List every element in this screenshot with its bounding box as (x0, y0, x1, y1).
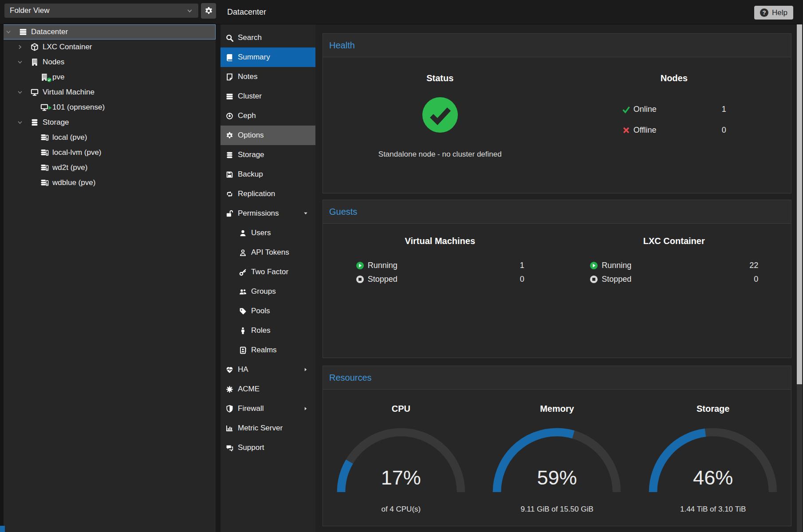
chevron-down-icon (303, 211, 308, 216)
menu-item-api-tokens[interactable]: API Tokens (220, 243, 315, 262)
expander-spacer (27, 150, 36, 156)
search-icon (226, 34, 233, 42)
nodes-offline-row: Offline 0 (622, 126, 726, 135)
lxc-stopped-row: Stopped 0 (590, 274, 758, 284)
virtual-machines-column: Virtual Machines Running 1 Stopped 0 (323, 224, 557, 284)
help-button[interactable]: ? Help (754, 6, 793, 20)
expander-spacer (27, 165, 36, 171)
menu-item-ha[interactable]: HA (220, 360, 315, 379)
tree-item-label: pve (52, 73, 64, 82)
menu-item-roles[interactable]: Roles (220, 321, 315, 340)
cube-icon (29, 43, 40, 51)
tree-item-storage-wdblue[interactable]: wdblue (pve) (0, 175, 216, 190)
expander-expanded-icon[interactable] (5, 29, 15, 35)
resources-panel: Resources CPU 17% of 4 CPU(s) Memory (323, 366, 791, 526)
memory-detail: 9.11 GiB of 15.50 GiB (520, 505, 593, 514)
tree-item-virtual-machine[interactable]: Virtual Machine (0, 85, 216, 100)
vm-stopped-row: Stopped 0 (356, 274, 524, 284)
cpu-gauge: 17% (335, 423, 468, 496)
vm-rows: Running 1 Stopped 0 (356, 260, 524, 284)
menu-item-backup[interactable]: Backup (220, 165, 315, 184)
vertical-scrollbar[interactable] (797, 24, 802, 532)
menu-item-support[interactable]: Support (220, 438, 315, 457)
memory-percent: 59% (490, 466, 623, 489)
health-panel: Health Status Standalone node - no clust… (323, 33, 791, 193)
expander-expanded-icon[interactable] (17, 119, 27, 126)
database-icon (226, 151, 233, 159)
lxc-rows: Running 22 Stopped 0 (590, 260, 758, 284)
health-status-column: Status Standalone node - no cluster defi… (323, 57, 557, 159)
expander-expanded-icon[interactable] (17, 89, 27, 96)
user-outline-icon (239, 249, 247, 256)
users-icon (239, 288, 247, 296)
menu-item-firewall[interactable]: Firewall (220, 399, 315, 418)
tree-item-lxc-container[interactable]: LXC Container (0, 39, 216, 55)
bar-chart-icon (226, 425, 233, 432)
server-icon (226, 93, 233, 100)
cpu-percent: 17% (335, 466, 468, 489)
cpu-gauge-column: CPU 17% of 4 CPU(s) (323, 390, 479, 514)
expander-expanded-icon[interactable] (17, 59, 27, 66)
menu-item-metric-server[interactable]: Metric Server (220, 418, 315, 438)
panel-divider[interactable] (216, 24, 220, 532)
shield-icon (226, 405, 233, 413)
tree-view-selector-value: Folder View (10, 6, 49, 15)
tree-item-vm-101[interactable]: 101 (opnsense) (0, 100, 216, 115)
expander-collapsed-icon[interactable] (17, 44, 27, 51)
menu-item-notes[interactable]: Notes (220, 67, 315, 87)
bottom-left-accent (0, 526, 5, 532)
nodes-heading: Nodes (661, 73, 688, 83)
guests-panel: Guests Virtual Machines Running 1 Stoppe… (323, 200, 791, 358)
tree-item-storage-local-lvm[interactable]: local-lvm (pve) (0, 145, 216, 160)
status-heading: Status (426, 73, 453, 83)
tree-item-nodes[interactable]: Nodes (0, 55, 216, 70)
resources-panel-title: Resources (329, 373, 372, 383)
stop-circle-icon (590, 275, 598, 284)
health-panel-title: Health (329, 40, 355, 51)
database-drive-icon (39, 179, 50, 187)
menu-item-search[interactable]: Search (220, 28, 315, 47)
vm-stopped-count: 0 (520, 275, 524, 284)
vm-running-row: Running 1 (356, 260, 524, 271)
top-bar: Folder View Datacenter ? Help (0, 0, 803, 24)
menu-item-ceph[interactable]: Ceph (220, 106, 315, 126)
menu-item-realms[interactable]: Realms (220, 340, 315, 360)
menu-item-summary[interactable]: Summary (220, 47, 315, 67)
storage-heading: Storage (697, 404, 729, 414)
menu-item-storage[interactable]: Storage (220, 145, 315, 165)
book-icon (226, 54, 233, 61)
tree-item-storage-local[interactable]: local (pve) (0, 130, 216, 145)
menu-item-permissions[interactable]: Permissions (220, 204, 315, 223)
chevron-right-icon (303, 367, 308, 372)
tree-item-label: local-lvm (pve) (52, 148, 102, 157)
tree-item-storage-wd2t[interactable]: wd2t (pve) (0, 160, 216, 175)
tree-item-datacenter[interactable]: Datacenter (0, 24, 216, 39)
menu-item-options[interactable]: Options (220, 126, 315, 145)
tree-item-pve[interactable]: pve (0, 70, 216, 85)
storage-gauge: 46% (646, 423, 779, 496)
menu-item-pools[interactable]: Pools (220, 301, 315, 321)
tree-item-label: local (pve) (52, 133, 87, 142)
tree-view-selector[interactable]: Folder View (4, 4, 198, 18)
guests-panel-title: Guests (329, 207, 357, 217)
menu-item-groups[interactable]: Groups (220, 282, 315, 301)
scrollbar-thumb[interactable] (797, 24, 802, 384)
health-nodes-column: Nodes Online 1 Offline 0 (557, 57, 791, 159)
tree-settings-button[interactable] (201, 3, 216, 19)
lxc-container-column: LXC Container Running 22 Stopped 0 (557, 224, 791, 284)
menu-item-users[interactable]: Users (220, 223, 315, 243)
play-circle-icon (590, 261, 598, 270)
check-circle-icon (421, 96, 459, 134)
tree-item-label: 101 (opnsense) (52, 103, 105, 112)
resources-panel-body: CPU 17% of 4 CPU(s) Memory (323, 390, 791, 514)
menu-item-two-factor[interactable]: Two Factor (220, 262, 315, 282)
tree-item-storage[interactable]: Storage (0, 115, 216, 130)
menu-item-acme[interactable]: ACME (220, 379, 315, 399)
menu-item-replication[interactable]: Replication (220, 184, 315, 204)
heartbeat-icon (226, 366, 233, 374)
menu-item-cluster[interactable]: Cluster (220, 87, 315, 106)
user-icon (239, 229, 247, 237)
server-icon (18, 28, 28, 36)
play-circle-icon (356, 261, 364, 270)
gear-icon (205, 7, 213, 15)
